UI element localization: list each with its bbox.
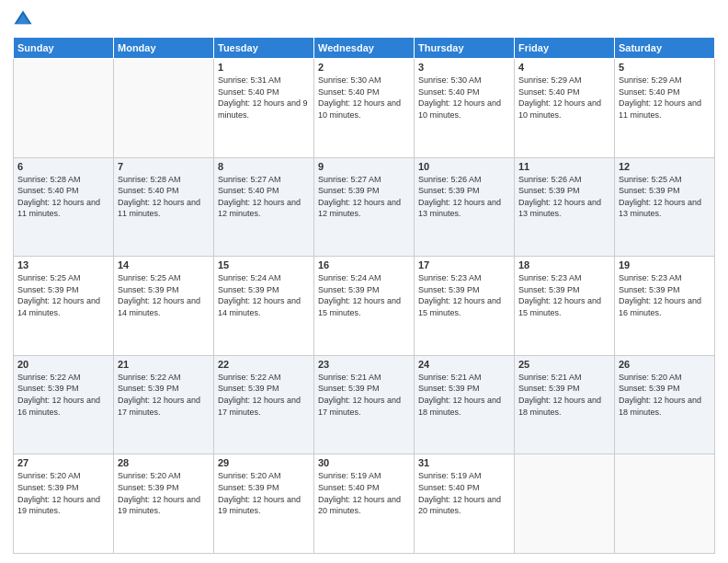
day-info: Sunrise: 5:20 AMSunset: 5:39 PMDaylight:…: [218, 471, 301, 515]
calendar-cell: 25 Sunrise: 5:21 AMSunset: 5:39 PMDaylig…: [515, 355, 615, 454]
calendar-cell: 2 Sunrise: 5:30 AMSunset: 5:40 PMDayligh…: [314, 59, 415, 158]
day-info: Sunrise: 5:29 AMSunset: 5:40 PMDaylight:…: [619, 75, 701, 120]
day-number: 16: [318, 259, 410, 270]
day-info: Sunrise: 5:29 AMSunset: 5:40 PMDaylight:…: [518, 75, 601, 120]
logo: [13, 9, 35, 29]
calendar-cell: 4 Sunrise: 5:29 AMSunset: 5:40 PMDayligh…: [515, 59, 615, 158]
calendar-week-row: 13 Sunrise: 5:25 AMSunset: 5:39 PMDaylig…: [14, 257, 715, 356]
weekday-header: Friday: [515, 38, 615, 59]
day-number: 31: [418, 457, 510, 468]
calendar-cell: 10 Sunrise: 5:26 AMSunset: 5:39 PMDaylig…: [415, 157, 515, 257]
calendar-cell: [515, 454, 615, 554]
day-number: 14: [118, 259, 210, 270]
day-info: Sunrise: 5:26 AMSunset: 5:39 PMDaylight:…: [418, 175, 501, 219]
day-info: Sunrise: 5:22 AMSunset: 5:39 PMDaylight:…: [118, 373, 200, 417]
calendar-cell: 21 Sunrise: 5:22 AMSunset: 5:39 PMDaylig…: [114, 355, 214, 454]
day-number: 19: [619, 259, 711, 270]
calendar-week-row: 1 Sunrise: 5:31 AMSunset: 5:40 PMDayligh…: [14, 59, 715, 158]
day-number: 13: [17, 259, 109, 270]
calendar-cell: 13 Sunrise: 5:25 AMSunset: 5:39 PMDaylig…: [14, 257, 114, 356]
calendar-cell: 16 Sunrise: 5:24 AMSunset: 5:39 PMDaylig…: [314, 257, 415, 356]
day-info: Sunrise: 5:24 AMSunset: 5:39 PMDaylight:…: [218, 273, 301, 317]
day-info: Sunrise: 5:28 AMSunset: 5:40 PMDaylight:…: [17, 175, 100, 219]
calendar-cell: [114, 59, 214, 158]
calendar-cell: 7 Sunrise: 5:28 AMSunset: 5:40 PMDayligh…: [114, 157, 214, 257]
weekday-header: Monday: [114, 38, 214, 59]
day-number: 24: [418, 359, 510, 370]
calendar-cell: 30 Sunrise: 5:19 AMSunset: 5:40 PMDaylig…: [314, 454, 415, 554]
calendar-cell: 17 Sunrise: 5:23 AMSunset: 5:39 PMDaylig…: [415, 257, 515, 356]
header: [13, 9, 715, 29]
day-info: Sunrise: 5:30 AMSunset: 5:40 PMDaylight:…: [318, 75, 401, 120]
day-number: 8: [218, 161, 310, 172]
day-info: Sunrise: 5:31 AMSunset: 5:40 PMDaylight:…: [218, 75, 308, 120]
day-number: 18: [518, 259, 610, 270]
weekday-header: Tuesday: [214, 38, 314, 59]
day-info: Sunrise: 5:27 AMSunset: 5:40 PMDaylight:…: [218, 175, 301, 219]
day-number: 1: [218, 62, 310, 73]
day-number: 3: [418, 62, 510, 73]
day-number: 23: [318, 359, 410, 370]
logo-icon: [13, 9, 33, 29]
calendar-cell: 12 Sunrise: 5:25 AMSunset: 5:39 PMDaylig…: [615, 157, 715, 257]
day-info: Sunrise: 5:19 AMSunset: 5:40 PMDaylight:…: [318, 471, 401, 515]
day-info: Sunrise: 5:24 AMSunset: 5:39 PMDaylight:…: [318, 273, 401, 317]
weekday-header: Wednesday: [314, 38, 415, 59]
calendar-cell: 18 Sunrise: 5:23 AMSunset: 5:39 PMDaylig…: [515, 257, 615, 356]
day-info: Sunrise: 5:25 AMSunset: 5:39 PMDaylight:…: [118, 273, 200, 317]
day-info: Sunrise: 5:20 AMSunset: 5:39 PMDaylight:…: [118, 471, 200, 515]
day-number: 12: [619, 161, 711, 172]
calendar-cell: [615, 454, 715, 554]
calendar-week-row: 20 Sunrise: 5:22 AMSunset: 5:39 PMDaylig…: [14, 355, 715, 454]
day-info: Sunrise: 5:28 AMSunset: 5:40 PMDaylight:…: [118, 175, 200, 219]
day-number: 15: [218, 259, 310, 270]
calendar-cell: 27 Sunrise: 5:20 AMSunset: 5:39 PMDaylig…: [14, 454, 114, 554]
day-info: Sunrise: 5:30 AMSunset: 5:40 PMDaylight:…: [418, 75, 501, 120]
day-info: Sunrise: 5:19 AMSunset: 5:40 PMDaylight:…: [418, 471, 501, 515]
day-number: 28: [118, 457, 210, 468]
day-number: 30: [318, 457, 410, 468]
calendar-cell: 23 Sunrise: 5:21 AMSunset: 5:39 PMDaylig…: [314, 355, 415, 454]
day-number: 5: [619, 62, 711, 73]
calendar-cell: 20 Sunrise: 5:22 AMSunset: 5:39 PMDaylig…: [14, 355, 114, 454]
day-info: Sunrise: 5:23 AMSunset: 5:39 PMDaylight:…: [619, 273, 701, 317]
day-number: 2: [318, 62, 410, 73]
calendar-cell: 22 Sunrise: 5:22 AMSunset: 5:39 PMDaylig…: [214, 355, 314, 454]
calendar-cell: 9 Sunrise: 5:27 AMSunset: 5:39 PMDayligh…: [314, 157, 415, 257]
day-info: Sunrise: 5:21 AMSunset: 5:39 PMDaylight:…: [318, 373, 401, 417]
weekday-header-row: SundayMondayTuesdayWednesdayThursdayFrid…: [14, 38, 715, 59]
calendar-table: SundayMondayTuesdayWednesdayThursdayFrid…: [13, 37, 715, 554]
calendar-cell: [14, 59, 114, 158]
day-number: 22: [218, 359, 310, 370]
day-info: Sunrise: 5:21 AMSunset: 5:39 PMDaylight:…: [418, 373, 501, 417]
day-info: Sunrise: 5:27 AMSunset: 5:39 PMDaylight:…: [318, 175, 401, 219]
day-number: 20: [17, 359, 109, 370]
day-number: 11: [518, 161, 610, 172]
day-info: Sunrise: 5:21 AMSunset: 5:39 PMDaylight:…: [518, 373, 601, 417]
calendar-week-row: 27 Sunrise: 5:20 AMSunset: 5:39 PMDaylig…: [14, 454, 715, 554]
weekday-header: Sunday: [14, 38, 114, 59]
weekday-header: Saturday: [615, 38, 715, 59]
day-info: Sunrise: 5:22 AMSunset: 5:39 PMDaylight:…: [218, 373, 301, 417]
day-number: 29: [218, 457, 310, 468]
day-info: Sunrise: 5:23 AMSunset: 5:39 PMDaylight:…: [518, 273, 601, 317]
calendar-cell: 31 Sunrise: 5:19 AMSunset: 5:40 PMDaylig…: [415, 454, 515, 554]
calendar-cell: 5 Sunrise: 5:29 AMSunset: 5:40 PMDayligh…: [615, 59, 715, 158]
calendar-body: 1 Sunrise: 5:31 AMSunset: 5:40 PMDayligh…: [14, 59, 715, 554]
calendar-cell: 11 Sunrise: 5:26 AMSunset: 5:39 PMDaylig…: [515, 157, 615, 257]
calendar-cell: 24 Sunrise: 5:21 AMSunset: 5:39 PMDaylig…: [415, 355, 515, 454]
day-info: Sunrise: 5:25 AMSunset: 5:39 PMDaylight:…: [17, 273, 100, 317]
day-number: 6: [17, 161, 109, 172]
day-info: Sunrise: 5:20 AMSunset: 5:39 PMDaylight:…: [17, 471, 100, 515]
calendar-cell: 6 Sunrise: 5:28 AMSunset: 5:40 PMDayligh…: [14, 157, 114, 257]
calendar-cell: 3 Sunrise: 5:30 AMSunset: 5:40 PMDayligh…: [415, 59, 515, 158]
day-number: 25: [518, 359, 610, 370]
calendar-cell: 28 Sunrise: 5:20 AMSunset: 5:39 PMDaylig…: [114, 454, 214, 554]
calendar-cell: 8 Sunrise: 5:27 AMSunset: 5:40 PMDayligh…: [214, 157, 314, 257]
day-info: Sunrise: 5:22 AMSunset: 5:39 PMDaylight:…: [17, 373, 100, 417]
calendar-cell: 26 Sunrise: 5:20 AMSunset: 5:39 PMDaylig…: [615, 355, 715, 454]
day-number: 4: [518, 62, 610, 73]
day-info: Sunrise: 5:25 AMSunset: 5:39 PMDaylight:…: [619, 175, 701, 219]
calendar-cell: 29 Sunrise: 5:20 AMSunset: 5:39 PMDaylig…: [214, 454, 314, 554]
calendar-cell: 15 Sunrise: 5:24 AMSunset: 5:39 PMDaylig…: [214, 257, 314, 356]
